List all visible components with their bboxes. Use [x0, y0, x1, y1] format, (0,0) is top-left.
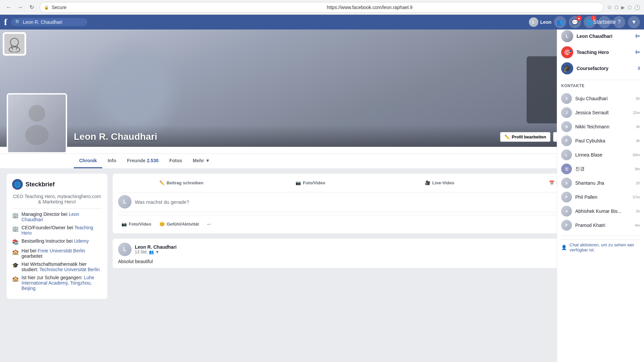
edit-profile-button[interactable]: ✏️ Profil bearbeiten: [500, 132, 551, 142]
info-item-school: 🏫 Ist hier zur Schule gegangen: Luhe Int…: [12, 275, 102, 291]
abhishek-time: 2h: [636, 209, 640, 213]
post-author-avatar: L: [118, 243, 131, 256]
profile-wrapper: Leon R. Chaudhari ✏️ Profil bearbeiten A…: [0, 29, 644, 168]
nav-messages-button[interactable]: 💬 ●: [569, 16, 581, 28]
emoji-icon: 😊: [159, 222, 165, 227]
foto-video-button-top[interactable]: 📷 Foto/Video: [247, 178, 374, 188]
tab-mehr[interactable]: Mehr ▼: [187, 154, 215, 168]
audience-icon: 👥: [149, 250, 154, 254]
chevron-down-icon: ▼: [205, 158, 210, 163]
shantanu-name: Shantanu Jha: [575, 180, 633, 186]
chat-activate-link[interactable]: Chat aktivieren, um zu sehen wer verfügb…: [570, 242, 634, 252]
tab-chronik[interactable]: Chronik: [74, 154, 102, 168]
composer-footer: 📷 Foto/Video 😊 Gefühl/Aktivität ···: [118, 215, 632, 229]
kontakte-title: KONTAKTE: [561, 83, 640, 88]
sidebar-separator-1: [561, 80, 640, 80]
link-freie-uni[interactable]: Freie Universität Berlin: [38, 248, 85, 253]
fb-content: Leon R. Chaudhari ✏️ Profil bearbeiten A…: [0, 29, 644, 310]
jinkyung-time: 9m: [635, 167, 640, 171]
profile-picture[interactable]: [7, 93, 67, 154]
event-icon: 📅: [549, 180, 554, 185]
search-input[interactable]: [23, 19, 83, 25]
globe-icon: 🌐: [14, 181, 21, 188]
steckbrief-card: 🌐 Steckbrief CEO Teaching Hero, myteachi…: [7, 174, 107, 299]
coursefactory-page-count: 3: [638, 66, 640, 71]
tab-fotos[interactable]: Fotos: [164, 154, 187, 168]
work-icon: 🏫: [12, 248, 19, 255]
composer-input-row: L: [118, 195, 632, 208]
secure-icon: 🔒: [44, 5, 49, 10]
leon-page-name: Leon Chaudhari: [577, 34, 632, 39]
coursefactory-page-name: Coursefactory: [577, 66, 634, 71]
live-video-button[interactable]: 🎥 Live-Video: [376, 178, 503, 188]
phil-avatar: P: [561, 192, 572, 202]
tab-freunde[interactable]: Freunde 2.530: [122, 154, 164, 168]
contact-jinkyung[interactable]: 진 진경 9m: [561, 162, 640, 176]
shantanu-avatar: S: [561, 178, 572, 188]
fb-search-bar[interactable]: 🔍: [11, 18, 87, 26]
fb-nav-right: L Leon 👥 💬 ● 🌐 1 Startseite ? ▼: [529, 16, 640, 28]
beitrag-schreiben-button[interactable]: ✏️ Beitrag schreiben: [118, 178, 245, 188]
bookmark-icon[interactable]: ☆: [607, 4, 612, 10]
sidebar-page-coursefactory[interactable]: 🎓 Coursefactory 3: [561, 60, 640, 76]
edit-profile-label: Profil bearbeiten: [512, 134, 546, 139]
browser-actions: ☆ ⬡ ▶ ⬡ 🕐: [607, 4, 640, 10]
link-tu-berlin[interactable]: Technische Universität Berlin: [39, 267, 100, 272]
right-sidebar: DEINE SEITEN ALLE ANZEIGEN L Leon Chaudh…: [557, 15, 644, 310]
profile-small-icon: [3, 32, 26, 56]
cover-bottom-overlay: Leon R. Chaudhari ✏️ Profil bearbeiten A…: [0, 125, 644, 147]
sidebar-page-teaching-hero[interactable]: 🎯 Teaching Hero 9+: [561, 44, 640, 60]
nav-dropdown-button[interactable]: ▼: [628, 16, 640, 28]
contact-jessica[interactable]: J Jessica Serrault 22m: [561, 106, 640, 120]
nav-help-button[interactable]: ?: [613, 16, 625, 28]
steckbrief-icon: 🌐: [12, 179, 23, 190]
reload-button[interactable]: ↻: [27, 3, 36, 12]
composer-top-buttons: ✏️ Beitrag schreiben 📷 Foto/Video 🎥 Live…: [118, 178, 632, 188]
cover-profile-name: Leon R. Chaudhari: [74, 131, 157, 142]
contact-paul[interactable]: P Paul Cybulska 3h: [561, 134, 640, 148]
phil-time: 57m: [633, 195, 640, 199]
abhishek-avatar: A: [561, 206, 572, 217]
pramod-time: 4m: [635, 223, 640, 227]
phil-name: Phil Pallen: [575, 194, 630, 200]
contact-phil[interactable]: P Phil Pallen 57m: [561, 190, 640, 204]
link-udemy[interactable]: Udemy: [74, 238, 89, 244]
contact-shantanu[interactable]: S Shantanu Jha 2h: [561, 176, 640, 190]
suju-name: Suju Chaudhari: [575, 96, 633, 101]
forward-button[interactable]: →: [15, 3, 25, 12]
post-time: 13 Std. 👥 ▼: [135, 250, 624, 254]
address-bar[interactable]: 🔒 Secure https://www.facebook.com/leon.r…: [40, 2, 604, 13]
back-button[interactable]: ←: [4, 3, 13, 12]
nav-startseite-button[interactable]: Startseite: [598, 16, 610, 28]
contact-suju[interactable]: S Suju Chaudhari 5h: [561, 92, 640, 106]
live-icon: 🎥: [425, 180, 430, 185]
extension-icon4: 🕐: [634, 5, 640, 10]
foto-video-button-bottom[interactable]: 📷 Foto/Video: [118, 220, 155, 229]
more-media-button[interactable]: ···: [204, 220, 214, 229]
nav-friends-button[interactable]: 👥: [554, 16, 566, 28]
link-leon-chaudhari[interactable]: Leon Chaudhari: [21, 212, 79, 222]
jessica-name: Jessica Serrault: [575, 110, 630, 115]
nav-user[interactable]: L Leon: [529, 17, 551, 27]
contact-linnea[interactable]: L Linnea Blase 60m: [561, 148, 640, 162]
contact-nikki[interactable]: N Nikki Teichmann 3h: [561, 120, 640, 134]
post-author-name[interactable]: Leon R. Chaudhari: [135, 244, 624, 250]
sidebar-page-leon[interactable]: L Leon Chaudhari 9+: [561, 28, 640, 44]
contact-pramod[interactable]: P Pramod Khatri 4m: [561, 218, 640, 232]
link-luhe[interactable]: Luhe International Academy, Tongzhou, Be…: [21, 275, 94, 291]
gefuehl-aktivitaet-button[interactable]: 😊 Gefühl/Aktivität: [156, 220, 202, 229]
startseite-label: Startseite: [593, 19, 616, 25]
teaching-hero-page-count: 9+: [635, 50, 640, 55]
teaching-hero-page-name: Teaching Hero: [577, 50, 632, 55]
left-sidebar: 🌐 Steckbrief CEO Teaching Hero, myteachi…: [7, 174, 107, 304]
composer-media-buttons: 📷 Foto/Video 😊 Gefühl/Aktivität ···: [118, 220, 214, 229]
link-teaching-hero[interactable]: Teaching Hero: [21, 225, 93, 236]
book-icon: 📚: [12, 239, 19, 245]
sidebar-separator-2: [561, 236, 640, 236]
photo-icon-top: 📷: [296, 180, 301, 185]
jessica-avatar: J: [561, 107, 572, 118]
tab-info[interactable]: Info: [102, 154, 122, 168]
extension-icon2: ▶: [621, 5, 625, 10]
friends-count: 2.530: [147, 158, 159, 163]
contact-abhishek[interactable]: A Abhishek Kumar Bis... 2h: [561, 204, 640, 218]
